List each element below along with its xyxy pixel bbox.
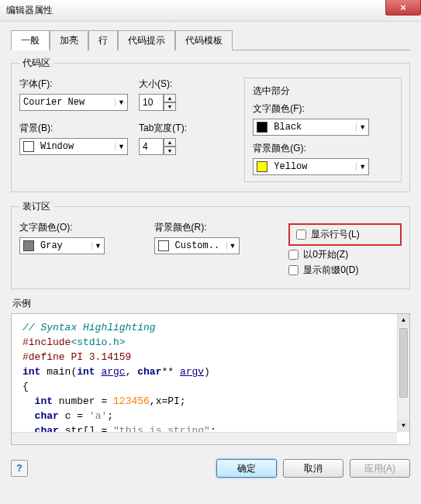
- zero-start-row: 以0开始(Z): [288, 248, 402, 261]
- sel-bg-label: 背景颜色(G):: [253, 142, 393, 155]
- color-swatch-icon: [257, 122, 267, 133]
- apply-button[interactable]: 应用(A): [350, 459, 410, 478]
- scrollbar-thumb[interactable]: [399, 328, 408, 398]
- show-prefix-label: 显示前缀0(D): [303, 264, 358, 277]
- code-preview: // Syntax Highlighting #include<stdio.h>…: [11, 313, 410, 445]
- code-area-group: 代码区 字体(F): Courier New ▼ 大小(S):: [11, 57, 410, 192]
- tab-general[interactable]: 一般: [11, 30, 50, 50]
- background-combo[interactable]: Window ▼: [19, 138, 128, 155]
- vertical-scrollbar[interactable]: ▲ ▼: [397, 314, 409, 432]
- sel-fg-label: 文字颜色(F):: [253, 102, 393, 116]
- size-input[interactable]: [139, 94, 164, 111]
- code-area-legend: 代码区: [19, 57, 53, 70]
- sel-bg-value: Yellow: [271, 161, 356, 172]
- code-text: 'a': [89, 410, 107, 422]
- color-swatch-icon: [23, 141, 34, 152]
- code-text: argc: [101, 366, 125, 378]
- example-label: 示例: [12, 297, 410, 310]
- font-value: Courier New: [20, 97, 115, 108]
- chevron-down-icon: ▼: [226, 242, 239, 250]
- gutter-fg-value: Gray: [37, 240, 91, 251]
- code-comment: // Syntax Highlighting: [22, 322, 156, 333]
- show-prefix-checkbox[interactable]: [288, 265, 298, 275]
- sel-bg-combo[interactable]: Yellow ▼: [253, 158, 369, 175]
- color-swatch-icon: [23, 240, 34, 251]
- code-text: char: [35, 410, 59, 422]
- chevron-down-icon: ▼: [91, 242, 104, 250]
- apply-label: 应用(A): [364, 462, 395, 475]
- chevron-down-icon: ▼: [115, 143, 127, 150]
- code-text: main(: [40, 366, 77, 378]
- tab-code-hint[interactable]: 代码提示: [118, 30, 175, 50]
- horizontal-scrollbar[interactable]: [12, 432, 397, 444]
- cancel-label: 取消: [304, 462, 323, 475]
- color-swatch-icon: [257, 161, 267, 172]
- font-label: 字体(F):: [19, 78, 128, 91]
- tab-strip: 一般 加亮 行 代码提示 代码模板: [11, 29, 410, 50]
- tab-highlight[interactable]: 加亮: [50, 30, 88, 50]
- cancel-button[interactable]: 取消: [283, 459, 343, 478]
- gutter-fg-combo[interactable]: Gray ▼: [19, 237, 105, 254]
- show-line-number-row: 显示行号(L): [288, 223, 402, 246]
- code-text: int: [35, 395, 53, 407]
- sel-fg-value: Black: [271, 122, 356, 133]
- spin-down-icon[interactable]: ▼: [164, 147, 176, 155]
- sel-fg-combo[interactable]: Black ▼: [253, 119, 369, 136]
- tabwidth-input[interactable]: [139, 138, 164, 155]
- code-text: int: [22, 366, 40, 378]
- dialog-footer: ? 确定 取消 应用(A): [0, 451, 421, 485]
- close-icon: ×: [400, 2, 406, 13]
- zero-start-checkbox[interactable]: [288, 250, 298, 260]
- ok-button[interactable]: 确定: [216, 459, 277, 478]
- chevron-down-icon: ▼: [356, 123, 368, 131]
- selection-legend: 选中部分: [253, 85, 393, 98]
- code-text: 123456: [113, 395, 150, 407]
- scroll-down-icon[interactable]: ▼: [398, 419, 409, 432]
- code-text: char: [137, 366, 161, 378]
- spin-down-icon[interactable]: ▼: [164, 102, 176, 111]
- size-label: 大小(S):: [139, 78, 176, 91]
- code-text: #define PI 3.14159: [22, 351, 131, 363]
- tabwidth-spinner[interactable]: ▲▼: [139, 138, 187, 155]
- spin-up-icon[interactable]: ▲: [164, 94, 176, 102]
- content-area: 一般 加亮 行 代码提示 代码模板 代码区 字体(F): Courier New…: [0, 22, 421, 451]
- gutter-bg-label: 背景颜色(R):: [154, 221, 274, 234]
- code-text: PI: [167, 395, 180, 407]
- background-value: Window: [37, 141, 115, 152]
- code-text: int: [77, 366, 95, 378]
- gutter-bg-value: Custom..: [172, 240, 226, 251]
- gutter-fg-label: 文字颜色(O):: [19, 221, 139, 234]
- selection-group: 选中部分 文字颜色(F): Black ▼ 背景颜色(G): Yellow ▼: [244, 78, 402, 182]
- code-text: <stdio.h>: [71, 337, 125, 348]
- close-button[interactable]: ×: [385, 0, 421, 16]
- zero-start-label: 以0开始(Z): [303, 248, 348, 261]
- font-combo[interactable]: Courier New ▼: [19, 94, 128, 111]
- color-swatch-icon: [158, 240, 169, 251]
- chevron-down-icon: ▼: [356, 163, 368, 171]
- help-button[interactable]: ?: [11, 460, 28, 477]
- gutter-legend: 装订区: [19, 200, 53, 213]
- show-line-number-label: 显示行号(L): [311, 228, 360, 241]
- window-title: 编辑器属性: [6, 4, 53, 17]
- chevron-down-icon: ▼: [115, 98, 127, 106]
- code-text: argv: [180, 366, 204, 378]
- tab-code-template[interactable]: 代码模板: [175, 30, 233, 50]
- show-line-number-checkbox[interactable]: [296, 230, 306, 240]
- scroll-up-icon[interactable]: ▲: [398, 314, 409, 326]
- help-icon: ?: [16, 463, 22, 474]
- spin-up-icon[interactable]: ▲: [164, 138, 176, 147]
- gutter-group: 装订区 文字颜色(O): Gray ▼ 背景颜色(R): Custom.. ▼: [11, 200, 410, 289]
- show-prefix-row: 显示前缀0(D): [288, 264, 402, 277]
- code-text: #include: [22, 337, 71, 348]
- ok-label: 确定: [237, 462, 256, 475]
- size-spinner[interactable]: ▲▼: [139, 94, 176, 111]
- background-label: 背景(B):: [19, 122, 128, 135]
- titlebar: 编辑器属性 ×: [0, 0, 421, 22]
- tab-line[interactable]: 行: [88, 30, 118, 50]
- tabwidth-label: Tab宽度(T):: [139, 122, 187, 135]
- gutter-bg-combo[interactable]: Custom.. ▼: [154, 237, 240, 254]
